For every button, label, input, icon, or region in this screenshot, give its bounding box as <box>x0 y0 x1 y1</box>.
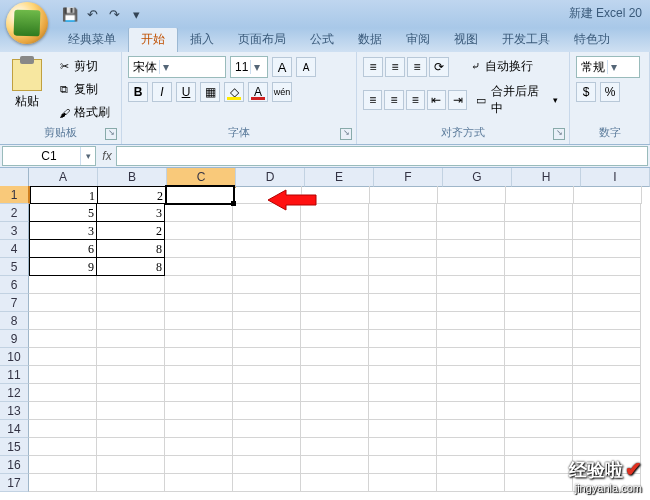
column-header[interactable]: H <box>512 168 581 187</box>
indent-decrease-button[interactable]: ⇤ <box>427 90 446 110</box>
cell[interactable] <box>165 402 233 420</box>
cell[interactable] <box>165 222 233 240</box>
worksheet-grid[interactable]: ABCDEFGHI 112253332468598678910111213141… <box>0 168 650 500</box>
cell[interactable] <box>301 294 369 312</box>
cell[interactable] <box>505 204 573 222</box>
merge-center-button[interactable]: ▭合并后居中▾ <box>469 81 563 119</box>
cell[interactable] <box>166 186 234 204</box>
dialog-launcher-icon[interactable]: ↘ <box>340 128 352 140</box>
row-header[interactable]: 14 <box>0 420 29 438</box>
cell[interactable] <box>97 366 165 384</box>
column-header[interactable]: E <box>305 168 374 187</box>
row-header[interactable]: 16 <box>0 456 29 474</box>
cell[interactable] <box>301 258 369 276</box>
cell[interactable] <box>233 420 301 438</box>
number-format-combo[interactable]: 常规▾ <box>576 56 640 78</box>
cell[interactable] <box>29 330 97 348</box>
cell[interactable] <box>233 276 301 294</box>
cell[interactable] <box>301 222 369 240</box>
undo-icon[interactable]: ↶ <box>84 6 100 22</box>
cell[interactable] <box>301 420 369 438</box>
cell[interactable] <box>29 420 97 438</box>
grow-font-button[interactable]: A <box>272 57 292 77</box>
cell[interactable] <box>437 294 505 312</box>
cell[interactable] <box>437 222 505 240</box>
orientation-button[interactable]: ⟳ <box>429 57 449 77</box>
row-header[interactable]: 15 <box>0 438 29 456</box>
cell[interactable] <box>97 384 165 402</box>
cell[interactable] <box>437 330 505 348</box>
cell[interactable] <box>573 222 641 240</box>
cell[interactable] <box>437 384 505 402</box>
cell[interactable] <box>97 420 165 438</box>
cell[interactable] <box>301 348 369 366</box>
cell[interactable] <box>369 402 437 420</box>
cell[interactable] <box>97 474 165 492</box>
row-header[interactable]: 8 <box>0 312 29 330</box>
cell[interactable] <box>369 240 437 258</box>
cell[interactable] <box>437 474 505 492</box>
cell[interactable] <box>29 384 97 402</box>
cell[interactable] <box>369 456 437 474</box>
fill-color-button[interactable]: ◇ <box>224 82 244 102</box>
cell[interactable] <box>233 438 301 456</box>
cell[interactable] <box>97 312 165 330</box>
cell[interactable] <box>505 330 573 348</box>
cell[interactable] <box>437 240 505 258</box>
cell[interactable] <box>29 294 97 312</box>
cell[interactable] <box>301 456 369 474</box>
cell[interactable] <box>505 258 573 276</box>
save-icon[interactable]: 💾 <box>62 6 78 22</box>
align-right-button[interactable]: ≡ <box>406 90 425 110</box>
row-header[interactable]: 1 <box>0 186 30 204</box>
cell[interactable] <box>97 456 165 474</box>
cut-button[interactable]: ✂剪切 <box>52 56 115 77</box>
cell[interactable] <box>233 366 301 384</box>
cell[interactable] <box>301 312 369 330</box>
cell[interactable] <box>505 366 573 384</box>
cell[interactable] <box>505 438 573 456</box>
cell[interactable] <box>573 420 641 438</box>
office-button[interactable] <box>6 2 48 44</box>
formula-bar[interactable] <box>116 146 648 166</box>
cell[interactable] <box>505 420 573 438</box>
copy-button[interactable]: ⧉复制 <box>52 79 115 100</box>
cell[interactable] <box>437 348 505 366</box>
cell[interactable] <box>505 456 573 474</box>
cell[interactable] <box>165 294 233 312</box>
cell[interactable]: 9 <box>29 258 97 276</box>
format-painter-button[interactable]: 🖌格式刷 <box>52 102 115 123</box>
cell[interactable] <box>165 420 233 438</box>
shrink-font-button[interactable]: A <box>296 57 316 77</box>
cell[interactable] <box>505 276 573 294</box>
row-header[interactable]: 10 <box>0 348 29 366</box>
cell[interactable] <box>165 348 233 366</box>
cell[interactable] <box>573 438 641 456</box>
cell[interactable] <box>437 204 505 222</box>
cell[interactable] <box>165 330 233 348</box>
cell[interactable] <box>505 312 573 330</box>
cell[interactable] <box>369 222 437 240</box>
cell[interactable] <box>29 348 97 366</box>
cell[interactable] <box>29 366 97 384</box>
cell[interactable] <box>369 366 437 384</box>
cell[interactable]: 2 <box>98 186 166 204</box>
cell[interactable] <box>505 222 573 240</box>
cell[interactable] <box>97 330 165 348</box>
row-header[interactable]: 13 <box>0 402 29 420</box>
name-box[interactable]: C1▾ <box>2 146 96 166</box>
cell[interactable] <box>233 474 301 492</box>
dialog-launcher-icon[interactable]: ↘ <box>553 128 565 140</box>
tab-5[interactable]: 数据 <box>346 27 394 52</box>
cell[interactable] <box>97 348 165 366</box>
cell[interactable] <box>29 312 97 330</box>
cell[interactable] <box>301 402 369 420</box>
tab-8[interactable]: 开发工具 <box>490 27 562 52</box>
cell[interactable] <box>437 312 505 330</box>
cell[interactable] <box>573 204 641 222</box>
cell[interactable] <box>165 312 233 330</box>
accounting-format-button[interactable]: $ <box>576 82 596 102</box>
indent-increase-button[interactable]: ⇥ <box>448 90 467 110</box>
cell[interactable] <box>573 384 641 402</box>
underline-button[interactable]: U <box>176 82 196 102</box>
